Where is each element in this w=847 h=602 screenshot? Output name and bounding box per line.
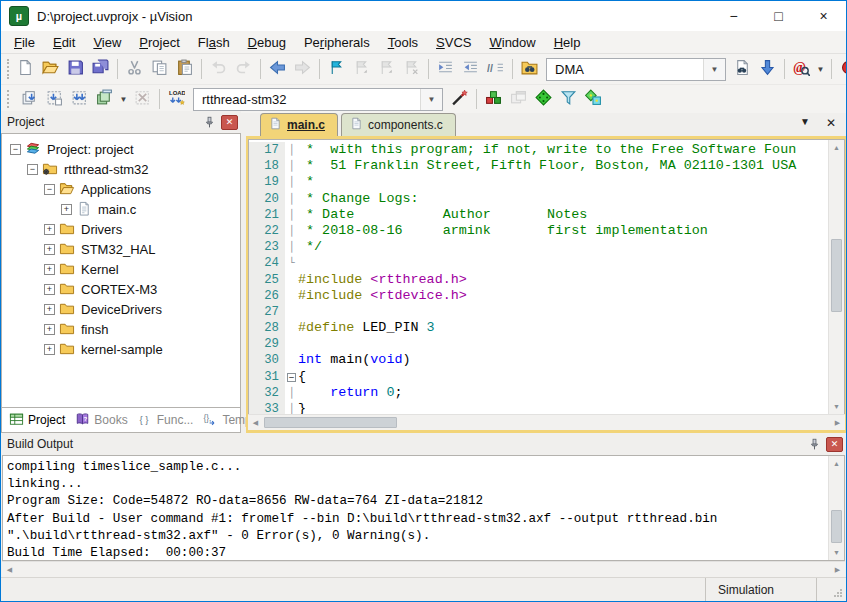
line-number[interactable]: 24: [249, 255, 285, 271]
line-number[interactable]: 26: [249, 288, 285, 304]
editor-vertical-scrollbar[interactable]: ▲ ▼: [828, 140, 844, 414]
tree-item-devicedrivers[interactable]: +DeviceDrivers: [2, 299, 240, 319]
nav-forward-button[interactable]: [290, 58, 315, 81]
collapse-icon[interactable]: −: [10, 144, 21, 155]
open-file-button[interactable]: [38, 58, 63, 81]
tree-item-cortex-m3[interactable]: +CORTEX-M3: [2, 279, 240, 299]
menu-file[interactable]: File: [5, 33, 44, 52]
line-number[interactable]: 28: [249, 320, 285, 336]
code-line-29[interactable]: 29: [249, 336, 828, 352]
line-number[interactable]: 20: [249, 191, 285, 207]
code-line-21[interactable]: 21│ * Date Author Notes: [249, 207, 828, 223]
menu-svcs[interactable]: SVCS: [427, 33, 480, 52]
code-line-26[interactable]: 26#include <rtdevice.h>: [249, 288, 828, 304]
build-button[interactable]: [42, 88, 67, 111]
line-number[interactable]: 30: [249, 352, 285, 368]
cut-button[interactable]: [122, 58, 147, 81]
close-panel-button[interactable]: ✕: [826, 437, 843, 452]
comment-button[interactable]: //: [483, 58, 508, 81]
fold-collapse-icon[interactable]: −: [287, 373, 296, 382]
code-line-24[interactable]: 24└: [249, 255, 828, 271]
save-button[interactable]: [63, 58, 88, 81]
editor-tab-components-c[interactable]: components.c: [341, 113, 456, 136]
manage-items-button[interactable]: [481, 88, 506, 111]
code-line-32[interactable]: 32│ return 0;: [249, 385, 828, 401]
pin-icon[interactable]: [200, 116, 218, 129]
menu-debug[interactable]: Debug: [239, 33, 295, 52]
build-vertical-scrollbar[interactable]: ▲ ▼: [828, 456, 844, 560]
expand-icon[interactable]: +: [44, 264, 55, 275]
code-line-31[interactable]: 31−{: [249, 369, 828, 385]
resize-grip[interactable]: [816, 578, 846, 601]
line-number[interactable]: 18: [249, 158, 285, 174]
rte-manage-button[interactable]: [531, 88, 556, 111]
tree-item-kernel[interactable]: +Kernel: [2, 259, 240, 279]
line-number[interactable]: 22: [249, 223, 285, 239]
nav-back-button[interactable]: [265, 58, 290, 81]
line-number[interactable]: 29: [249, 336, 285, 352]
panel-tab-project[interactable]: Project: [5, 410, 69, 431]
code-editor[interactable]: 17│ * with this program; if not, write t…: [249, 140, 828, 414]
code-line-19[interactable]: 19│ *: [249, 174, 828, 190]
tree-item-drivers[interactable]: +Drivers: [2, 219, 240, 239]
load-button[interactable]: LOAD: [164, 88, 189, 111]
tree-item-finsh[interactable]: +finsh: [2, 319, 240, 339]
panel-tab-books[interactable]: ?Books: [71, 410, 131, 431]
code-line-25[interactable]: 25#include <rtthread.h>: [249, 272, 828, 288]
bookmark-next-button[interactable]: [374, 58, 399, 81]
toolbar-grip[interactable]: [7, 59, 9, 79]
expand-icon[interactable]: +: [44, 344, 55, 355]
line-number[interactable]: 33: [249, 401, 285, 414]
menu-help[interactable]: Help: [545, 33, 590, 52]
undo-button[interactable]: [206, 58, 231, 81]
tab-list-dropdown-icon[interactable]: ▼: [800, 116, 810, 130]
stop-build-button[interactable]: [130, 88, 155, 111]
maximize-button[interactable]: □: [756, 1, 801, 31]
code-line-30[interactable]: 30int main(void): [249, 352, 828, 368]
batch-build-button[interactable]: [92, 88, 117, 111]
code-line-18[interactable]: 18│ * 51 Franklin Street, Fifth Floor, B…: [249, 158, 828, 174]
incremental-find-button[interactable]: [755, 58, 780, 81]
pack-installer-button[interactable]: [581, 88, 606, 111]
new-file-button[interactable]: [13, 58, 38, 81]
expand-icon[interactable]: +: [44, 244, 55, 255]
save-all-button[interactable]: [88, 58, 113, 81]
expand-icon[interactable]: +: [44, 324, 55, 335]
line-number[interactable]: 19: [249, 174, 285, 190]
menu-view[interactable]: View: [84, 33, 130, 52]
tree-item-project-project[interactable]: −Project: project: [2, 139, 240, 159]
collapse-icon[interactable]: −: [44, 184, 55, 195]
code-line-27[interactable]: 27: [249, 304, 828, 320]
bookmark-toggle-button[interactable]: [324, 58, 349, 81]
line-number[interactable]: 17: [249, 142, 285, 158]
copy-button[interactable]: [147, 58, 172, 81]
close-panel-button[interactable]: ✕: [221, 115, 238, 130]
expand-icon[interactable]: +: [44, 284, 55, 295]
toolbar-grip[interactable]: [7, 90, 13, 108]
editor-tab-main-c[interactable]: main.c: [260, 113, 338, 136]
menu-project[interactable]: Project: [130, 33, 188, 52]
build-horizontal-scrollbar[interactable]: ◀ ▶: [2, 561, 845, 577]
code-line-33[interactable]: 33│}: [249, 401, 828, 414]
editor-horizontal-scrollbar[interactable]: ◀ ▶: [248, 414, 845, 430]
dropdown-caret-icon[interactable]: ▼: [814, 65, 827, 74]
windows-stack-button[interactable]: [506, 88, 531, 111]
bookmark-clear-button[interactable]: [399, 58, 424, 81]
tree-item-applications[interactable]: −Applications: [2, 179, 240, 199]
line-number[interactable]: 23: [249, 239, 285, 255]
build-output-log[interactable]: compiling timeslice_sample.c...linking..…: [3, 456, 828, 560]
code-line-28[interactable]: 28#define LED_PIN 3: [249, 320, 828, 336]
tree-item-kernel-sample[interactable]: +kernel-sample: [2, 339, 240, 359]
line-number[interactable]: 25: [249, 272, 285, 288]
code-line-17[interactable]: 17│ * with this program; if not, write t…: [249, 142, 828, 158]
line-number[interactable]: 31: [249, 369, 285, 385]
menu-peripherals[interactable]: Peripherals: [295, 33, 379, 52]
line-number[interactable]: 21: [249, 207, 285, 223]
target-select-combo[interactable]: rtthread-stm32▼: [193, 88, 443, 111]
code-line-22[interactable]: 22│ * 2018-08-16 armink first implementa…: [249, 223, 828, 239]
expand-icon[interactable]: +: [61, 204, 72, 215]
menu-flash[interactable]: Flash: [189, 33, 239, 52]
expand-icon[interactable]: +: [44, 224, 55, 235]
panel-tab-func[interactable]: { }Func...: [134, 410, 198, 431]
outdent-button[interactable]: [458, 58, 483, 81]
